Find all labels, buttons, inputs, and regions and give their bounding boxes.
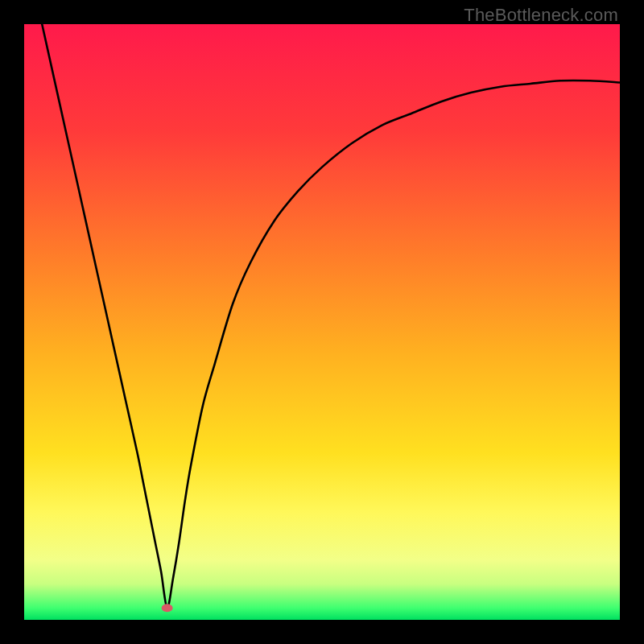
gradient-background (24, 24, 620, 620)
watermark-label: TheBottleneck.com (464, 5, 618, 26)
chart-frame (24, 24, 620, 620)
bottleneck-chart (24, 24, 620, 620)
optimal-point-marker (162, 604, 173, 612)
